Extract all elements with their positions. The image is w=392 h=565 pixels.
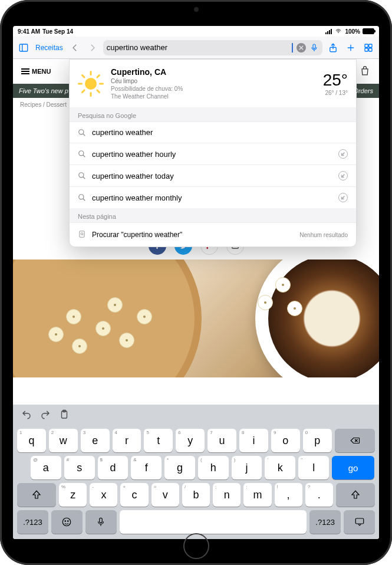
key-q[interactable]: 1q (17, 429, 46, 452)
key-j[interactable]: )j (232, 456, 262, 479)
key-shift-left[interactable] (17, 483, 56, 507)
key-p[interactable]: 0p (303, 429, 332, 452)
share-icon[interactable] (326, 41, 340, 55)
home-button[interactable] (183, 533, 209, 559)
key-w[interactable]: 2w (49, 429, 78, 452)
weather-rain: Possibilidade de chuva: 0% (111, 85, 316, 93)
key-numbers[interactable]: .?123 (17, 510, 48, 534)
svg-point-22 (79, 195, 84, 199)
key-c[interactable]: +c (120, 483, 148, 507)
recipe-hero-image (13, 259, 379, 377)
new-tab-icon[interactable] (344, 41, 358, 55)
key-f[interactable]: &f (131, 456, 162, 479)
key-x[interactable]: -x (90, 483, 117, 507)
url-input[interactable] (107, 43, 291, 52)
svg-line-15 (83, 133, 85, 136)
key-z[interactable]: %z (59, 483, 87, 507)
svg-line-17 (83, 155, 85, 157)
redo-icon[interactable] (40, 409, 51, 422)
svg-rect-9 (365, 44, 368, 47)
search-icon (78, 150, 86, 158)
key-h[interactable]: (h (198, 456, 229, 479)
hamburger-icon (21, 68, 29, 74)
key-a[interactable]: @a (31, 456, 61, 479)
fill-arrow-icon[interactable] (338, 149, 348, 159)
key-n[interactable]: ;n (213, 483, 241, 507)
key-b[interactable]: /b (182, 483, 210, 507)
weather-temp: 25° (323, 71, 348, 90)
suggestion-text: cupertino weather monthly (92, 193, 182, 202)
key-go[interactable]: go (332, 456, 374, 479)
onscreen-keyboard: 1q2w3e4r5t6y7u8i9o0p @a#s$d&f*g(h)j'k"lg… (13, 405, 379, 539)
device-camera (194, 7, 199, 12)
key-backspace[interactable] (335, 429, 375, 452)
svg-point-16 (79, 151, 84, 156)
safari-toolbar: Receitas (13, 37, 379, 59)
banner-text-left: Five Two's new p (19, 87, 68, 94)
key-k[interactable]: 'k (265, 456, 295, 479)
svg-point-33 (65, 521, 66, 522)
status-bar: 9:41 AM Tue Sep 14 100% (13, 26, 379, 37)
url-bar[interactable] (103, 40, 322, 55)
search-icon (78, 193, 86, 202)
key-d[interactable]: $d (98, 456, 129, 479)
key-m[interactable]: :m (243, 483, 271, 507)
weather-source: The Weather Channel (111, 93, 316, 100)
key-emoji[interactable] (51, 510, 83, 534)
find-in-page-row[interactable]: Procurar "cupertino weather" Nenhum resu… (70, 222, 356, 247)
key-i[interactable]: 8i (239, 429, 268, 452)
svg-rect-25 (80, 231, 84, 238)
svg-rect-10 (369, 44, 372, 47)
key-space[interactable] (120, 510, 307, 534)
key-t[interactable]: 5t (144, 429, 173, 452)
tab-title[interactable]: Receitas (34, 44, 64, 52)
clear-text-icon[interactable] (297, 43, 306, 52)
search-suggestion[interactable]: cupertino weather hourly (70, 143, 356, 165)
text-cursor (292, 43, 293, 52)
key-o[interactable]: 9o (271, 429, 300, 452)
search-suggestion[interactable]: cupertino weather today (70, 165, 356, 186)
search-suggestion[interactable]: cupertino weather (70, 121, 356, 143)
weather-card[interactable]: Cupertino, CA Céu limpo Possibilidade de… (70, 60, 356, 107)
site-menu-button[interactable]: MENU (21, 68, 51, 75)
svg-rect-35 (100, 518, 103, 523)
svg-rect-12 (369, 48, 372, 51)
tabs-icon[interactable] (361, 41, 375, 55)
fill-arrow-icon[interactable] (338, 171, 348, 180)
key-v[interactable]: =v (151, 483, 179, 507)
key-r[interactable]: 4r (113, 429, 141, 452)
forward-button (85, 41, 100, 55)
key-numbers-right[interactable]: .?123 (309, 510, 341, 534)
dictate-icon[interactable] (309, 43, 319, 52)
key-u[interactable]: 7u (207, 429, 236, 452)
svg-point-19 (79, 173, 84, 178)
weather-city: Cupertino, CA (111, 67, 316, 77)
key-l[interactable]: "l (298, 456, 329, 479)
sidebar-icon[interactable] (17, 41, 31, 55)
find-in-page-result: Nenhum resultado (299, 232, 348, 238)
inpage-section-header: Nesta página (70, 208, 356, 222)
suggestion-text: cupertino weather today (92, 172, 174, 180)
key-g[interactable]: *g (164, 456, 195, 479)
key-hide-keyboard[interactable] (344, 510, 375, 534)
svg-point-0 (338, 32, 339, 33)
clipboard-icon[interactable] (59, 409, 70, 422)
key-dictate[interactable] (85, 510, 117, 534)
wifi-icon (334, 28, 342, 34)
back-button[interactable] (68, 41, 82, 55)
fill-arrow-icon[interactable] (338, 193, 348, 202)
battery-icon (363, 28, 374, 34)
search-suggestion[interactable]: cupertino weather monthly (70, 186, 356, 208)
cart-icon[interactable] (359, 65, 371, 77)
sun-icon (78, 71, 104, 97)
search-suggestions-overlay: Cupertino, CA Céu limpo Possibilidade de… (69, 59, 357, 247)
key-shift-right[interactable] (336, 483, 375, 507)
key-,[interactable]: !, (275, 483, 302, 507)
key-y[interactable]: 6y (176, 429, 205, 452)
key-e[interactable]: 3e (81, 429, 110, 452)
weather-desc: Céu limpo (111, 77, 316, 85)
key-.[interactable]: ?. (305, 483, 333, 507)
undo-icon[interactable] (21, 409, 32, 422)
menu-label: MENU (32, 68, 51, 75)
key-s[interactable]: #s (64, 456, 95, 479)
